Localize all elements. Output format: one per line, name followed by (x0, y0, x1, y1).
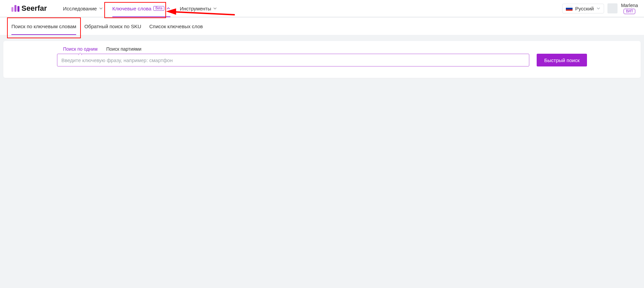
brand-logo[interactable]: Seerfar (11, 4, 47, 13)
user-name: Marlena (621, 3, 638, 8)
beta-badge: Beta (153, 6, 164, 11)
chevron-down-icon (213, 6, 217, 10)
panel-tab-label: Поиск по одним (63, 46, 98, 52)
user-badge: ВИП (624, 9, 635, 14)
header-right: Русский Marlena ВИП (562, 3, 638, 14)
panel-tabs: Поиск по одним Поиск партиями (63, 46, 587, 52)
header-row: Seerfar Исследование Ключевые слова Beta… (0, 0, 644, 17)
panel-tab-label: Поиск партиями (106, 46, 142, 52)
flag-ru-icon (566, 6, 573, 11)
top-nav: Исследование Ключевые слова Beta Инструм… (63, 0, 217, 17)
chevron-down-icon (596, 6, 600, 10)
subnav-item-reverse-sku[interactable]: Обратный поиск по SKU (84, 17, 141, 35)
subnav-label: Список ключевых слов (149, 23, 203, 29)
search-row: Быстрый поиск (57, 54, 587, 66)
subnav-item-keyword-list[interactable]: Список ключевых слов (149, 17, 203, 35)
subnav-row: Поиск по ключевым словам Обратный поиск … (0, 17, 644, 35)
quick-search-button[interactable]: Быстрый поиск (537, 54, 587, 66)
chevron-down-icon (99, 6, 103, 10)
chevron-up-icon (166, 6, 170, 10)
subnav-label: Поиск по ключевым словам (11, 23, 76, 29)
nav-label: Исследование (63, 6, 97, 11)
top-area: Seerfar Исследование Ключевые слова Beta… (0, 0, 644, 35)
nav-label: Ключевые слова (112, 6, 152, 11)
nav-label: Инструменты (180, 6, 211, 11)
nav-item-research[interactable]: Исследование (63, 0, 103, 17)
user-block[interactable]: Marlena ВИП (621, 3, 638, 14)
subnav-item-keyword-search[interactable]: Поиск по ключевым словам (11, 17, 76, 35)
language-label: Русский (575, 6, 594, 11)
bars-icon (11, 5, 19, 12)
nav-item-tools[interactable]: Инструменты (180, 0, 217, 17)
avatar[interactable] (607, 3, 618, 13)
nav-item-keywords[interactable]: Ключевые слова Beta (112, 0, 170, 17)
keyword-search-input[interactable] (57, 54, 529, 66)
language-switcher[interactable]: Русский (562, 4, 604, 13)
panel-tab-single[interactable]: Поиск по одним (63, 46, 98, 52)
search-panel: Поиск по одним Поиск партиями Быстрый по… (3, 41, 641, 78)
subnav-label: Обратный поиск по SKU (84, 23, 141, 29)
brand-name: Seerfar (21, 4, 47, 13)
content-area: Поиск по одним Поиск партиями Быстрый по… (0, 35, 644, 78)
panel-tab-batch[interactable]: Поиск партиями (106, 46, 142, 52)
